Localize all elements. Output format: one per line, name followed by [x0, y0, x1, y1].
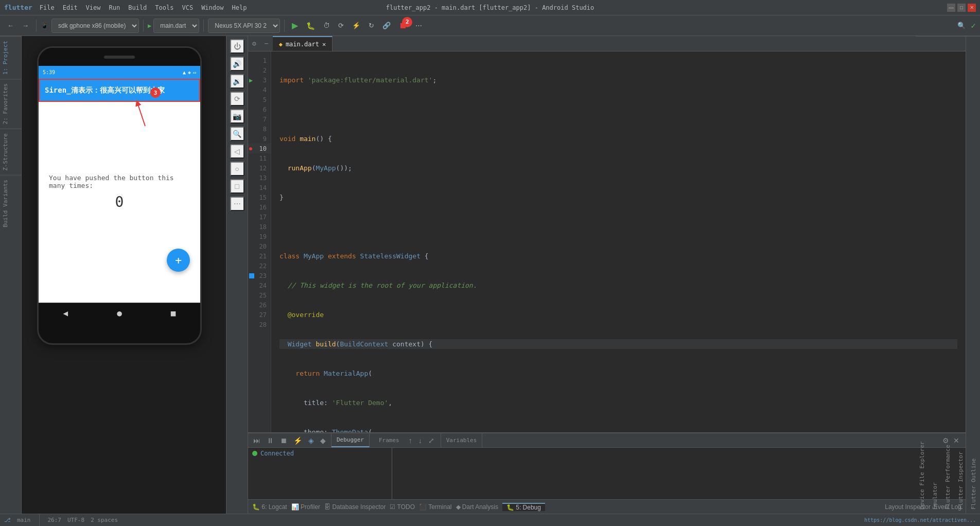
run-indicator: ▶ [249, 77, 253, 84]
config-selector[interactable]: main.dart [153, 19, 199, 33]
code-line-10: Widget build(BuildContext context) { [279, 339, 957, 349]
phone-status-icons: ▲ ◈ ▭ [183, 69, 196, 75]
hot-reload-button[interactable]: ⚡ [349, 20, 363, 31]
main-dart-tab[interactable]: ◆ main.dart ✕ [273, 36, 333, 51]
code-line-1: import 'package:flutter/material.dart'; [279, 75, 957, 85]
more-toolbar-btn[interactable]: ⋯ [412, 20, 425, 31]
nav-recent-btn[interactable]: ■ [171, 308, 176, 318]
emu-rotate-btn[interactable]: ⟳ [230, 92, 244, 106]
emu-screenshot-btn[interactable]: 📷 [230, 109, 244, 124]
phone-screen: 5:39 ▲ ◈ ▭ Siren_清表示：很高兴可以帮到大家 [39, 66, 200, 303]
build-variants-tab[interactable]: Build Variants [0, 175, 21, 232]
debug-resume-btn[interactable]: ⏭ [251, 435, 262, 446]
line-24: 24 [248, 280, 271, 290]
line-9: 9 [248, 134, 271, 144]
minimize-button[interactable]: — [947, 4, 955, 12]
line-20: 20 [248, 241, 271, 251]
run-button[interactable]: ▶ [289, 19, 301, 32]
sync-status-icon: ✓ [971, 21, 976, 30]
flutter-inspector-tab[interactable]: Flutter Inspector [954, 36, 967, 514]
menu-edit[interactable]: Edit [60, 3, 81, 12]
close-button[interactable]: ✕ [968, 4, 976, 12]
frames-tab[interactable]: Frames [374, 437, 405, 444]
settings-icon-left[interactable]: ⚙ [248, 36, 260, 51]
nav-back-btn[interactable]: ◀ [63, 308, 68, 318]
emu-power-btn[interactable]: ⏻ [230, 39, 244, 54]
toolbar-back-btn[interactable]: ← [4, 20, 17, 31]
tab-debug[interactable]: 🐛 5: Debug [502, 503, 545, 511]
debug-dart-icon[interactable]: ◆ [318, 435, 328, 446]
phone-status-bar: 5:39 ▲ ◈ ▭ [39, 66, 200, 79]
device-selector[interactable]: sdk gphone x86 (mobile) [51, 19, 139, 33]
code-line-3: void main() { [279, 134, 957, 144]
menu-view[interactable]: View [83, 3, 104, 12]
tab-close-icon[interactable]: ✕ [322, 41, 326, 48]
emu-more-btn[interactable]: ⋯ [230, 197, 244, 211]
menu-tools[interactable]: Tools [152, 3, 177, 12]
emulator-selector[interactable]: Nexus 5X API 30 2 [208, 19, 280, 33]
debug-hot-reload-icon[interactable]: ⚡ [291, 435, 304, 446]
menu-run[interactable]: Run [106, 3, 124, 12]
status-encoding: UTF-8 [67, 517, 84, 523]
search-everywhere-btn[interactable]: 🔍 [954, 20, 969, 31]
favorites-tab[interactable]: 2: Favorites [0, 79, 21, 128]
menu-file[interactable]: File [37, 3, 58, 12]
debug-stop-btn[interactable]: ⏹ [278, 435, 289, 446]
attach-button[interactable]: 🔗 [379, 20, 394, 31]
minus-icon[interactable]: − [260, 36, 273, 51]
maximize-button[interactable]: □ [957, 4, 966, 12]
line-21: 21 [248, 251, 271, 261]
device-icon: 📱 [41, 22, 48, 29]
nav-home-btn[interactable]: ● [117, 308, 122, 318]
phone-device: 5:39 ▲ ◈ ▭ Siren_清表示：很高兴可以帮到大家 [37, 46, 202, 345]
svg-line-1 [137, 103, 145, 126]
emu-zoom-btn[interactable]: 🔍 [230, 127, 244, 141]
code-line-8: // This widget is the root of your appli… [279, 280, 957, 290]
toolbar-forward-btn[interactable]: → [19, 20, 32, 31]
menu-window[interactable]: Window [198, 3, 226, 12]
debugger-tab[interactable]: Debugger [331, 433, 370, 447]
tab-db-inspector[interactable]: 🗄 Database Inspector [324, 503, 386, 511]
tab-terminal[interactable]: ⬛ Terminal [419, 503, 451, 511]
device-file-tab[interactable]: Device File Explorer [916, 36, 929, 514]
window-title: flutter_app2 - main.dart [flutter_app2] … [386, 4, 594, 11]
emu-circle-btn[interactable]: ○ [230, 162, 244, 176]
status-url: https://blog.csdn.net/attractiven... [864, 517, 976, 523]
tab-logcat[interactable]: 🐛 6: Logcat [252, 503, 287, 511]
flutter-outline-tab[interactable]: Flutter Outline [967, 36, 980, 514]
frames-expand-btn[interactable]: ⤢ [426, 435, 436, 446]
phone-fab-button[interactable]: + [167, 249, 190, 272]
profile-button[interactable]: ⏱ [320, 20, 333, 31]
frames-up-btn[interactable]: ↑ [407, 435, 414, 446]
tab-todo[interactable]: ☑ TODO [390, 503, 415, 511]
flutter-performance-tab[interactable]: Flutter Performance [941, 36, 954, 514]
structure-tab[interactable]: Z-Structure [0, 129, 21, 175]
tab-dart-analysis[interactable]: ◆ Dart Analysis [456, 503, 498, 511]
variables-tab[interactable]: Variables [441, 433, 483, 447]
connected-status: Connected [252, 450, 388, 457]
emulator-content: 5:39 ▲ ◈ ▭ Siren_清表示：很高兴可以帮到大家 [22, 36, 248, 514]
menu-vcs[interactable]: VCS [179, 3, 196, 12]
menu-help[interactable]: Help [229, 3, 250, 12]
menu-build[interactable]: Build [125, 3, 150, 12]
debug-pause-btn[interactable]: ⏸ [265, 435, 276, 446]
emulator-tab-right[interactable]: Emulator [929, 36, 941, 514]
project-tab[interactable]: 1: Project [0, 36, 21, 79]
main-toolbar: ← → 📱 sdk gphone x86 (mobile) ▶ main.dar… [0, 15, 980, 36]
line-5: 5 [248, 95, 271, 104]
coverage-button[interactable]: ⟳ [335, 20, 347, 31]
line-3: ▶3 [248, 75, 271, 85]
emu-square-btn[interactable]: □ [230, 179, 244, 194]
line-18: 18 [248, 222, 271, 232]
line-15: 15 [248, 192, 271, 202]
phone-app-bar: Siren_清表示：很高兴可以帮到大家 [39, 79, 200, 102]
tab-profiler[interactable]: 📊 Profiler [291, 503, 320, 511]
battery-icon: ▭ [193, 69, 196, 75]
hot-restart-button[interactable]: ↻ [365, 20, 377, 31]
emu-vol-down-btn[interactable]: 🔉 [230, 74, 244, 89]
debug-flutter-icon[interactable]: ◈ [306, 435, 316, 446]
debug-button[interactable]: 🐛 [303, 20, 318, 32]
emu-vol-up-btn[interactable]: 🔊 [230, 57, 244, 71]
frames-down-btn[interactable]: ↓ [416, 435, 424, 446]
emu-back-btn[interactable]: ◁ [230, 144, 244, 159]
